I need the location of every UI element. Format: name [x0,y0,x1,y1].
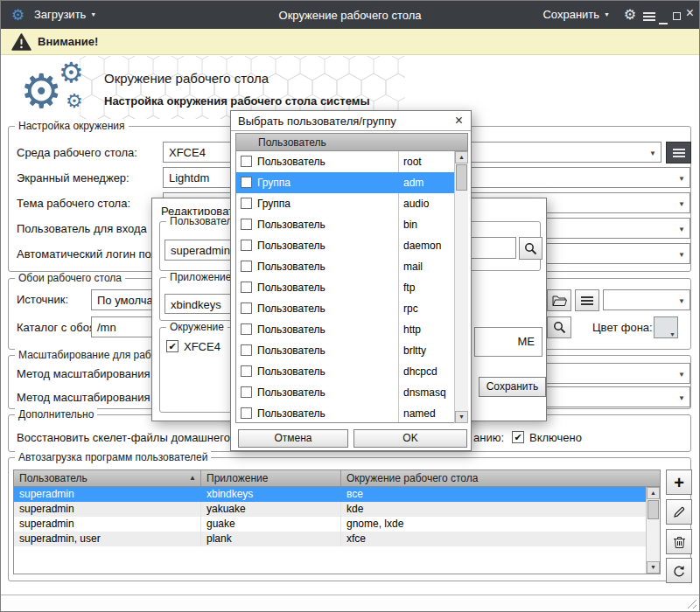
titlebar: ⚙ Загрузить▼ Окружение рабочего стола Со… [1,1,699,29]
cancel-button[interactable]: Отмена [238,429,348,448]
save-menu-label: Сохранить [542,8,599,21]
user-list-header[interactable]: Пользователь [236,134,467,151]
row-checkbox[interactable] [241,261,252,272]
edit-user-search-button[interactable] [519,237,542,260]
env-xfce4-checkbox[interactable]: ✔ [166,340,178,352]
user-row[interactable]: Пользователь named [236,403,454,424]
user-row[interactable]: Пользователь bin [236,214,454,235]
row-checkbox[interactable] [241,219,252,230]
wallpaper-list-button[interactable] [575,289,599,311]
user-row[interactable]: Пользователь mail [236,256,454,277]
cell-user: superadmin [14,517,201,532]
refresh-icon [672,564,686,578]
status-bar [1,595,699,611]
app-gear-icon: ⚙ [11,6,24,24]
scroll-up-icon[interactable]: ▲ [647,487,660,499]
background-color-button[interactable]: ▼ [654,316,678,338]
minimize-button[interactable] [659,14,668,27]
cell-env: все [341,487,660,502]
wallpaper-mode-select[interactable]: ▼ [603,289,690,310]
close-icon[interactable]: × [455,113,463,129]
row-checkbox[interactable] [241,344,252,356]
resize-grip[interactable] [685,597,696,609]
user-row[interactable]: Пользователь brltty [236,340,454,361]
add-autostart-button[interactable]: + [666,469,692,495]
column-header-app[interactable]: Приложение [201,470,341,486]
env-text-fragment: ME [518,335,536,348]
user-row[interactable]: Группа audio [236,193,454,214]
cell-name: adm [403,177,424,189]
user-row[interactable]: Группа adm [236,172,454,193]
user-row[interactable]: Пользователь dhcpcd [236,361,454,382]
save-menu-button[interactable]: Сохранить▼ [542,8,610,21]
user-row[interactable]: Пользователь ftp [236,277,454,298]
cell-name: named [403,407,436,420]
row-checkbox[interactable] [241,303,252,314]
row-checkbox[interactable] [241,282,252,293]
ok-button[interactable]: OK [354,429,467,448]
row-checkbox[interactable] [241,386,252,398]
delete-autostart-button[interactable] [666,529,692,554]
menu-icon[interactable] [643,10,655,24]
warning-banner: Внимание! [1,29,699,55]
env-advanced-button[interactable] [666,142,691,163]
settings-gear-icon[interactable]: ⚙ [624,6,636,23]
cell-env: xfce [341,532,660,546]
row-checkbox[interactable] [241,407,252,419]
logo-gear-large-icon: ⚙ [20,67,62,115]
user-row[interactable]: Пользователь http [236,319,454,340]
cell-name: http [403,323,421,336]
column-header-env[interactable]: Окружение рабочего стола [341,470,660,486]
autostart-row[interactable]: superadmin yakuake kde [14,502,660,517]
cell-name: audio [403,198,429,210]
user-row[interactable]: Пользователь rpc [236,298,454,319]
wallpaper-search-button[interactable] [547,316,571,338]
scroll-up-icon[interactable]: ▲ [455,151,468,163]
row-checkbox[interactable] [241,198,252,209]
user-list-scrollbar[interactable]: ▲ ▼ [454,151,468,423]
load-menu-label: Загрузить [34,8,86,21]
cell-type: Пользователь [257,323,326,336]
select-value: XFCE4 [169,146,206,159]
refresh-autostart-button[interactable] [666,558,692,583]
scrollbar-thumb[interactable] [456,164,467,191]
scrollbar-thumb[interactable] [648,500,659,519]
user-row[interactable]: Пользователь root [236,151,454,172]
cell-app: plank [201,532,341,546]
cell-user: superadmin [14,502,201,517]
cell-app: yakuake [201,502,341,517]
user-row[interactable]: Пользователь dnsmasq [236,382,454,403]
edit-save-button[interactable]: Сохранить [479,377,546,397]
check-icon: ✔ [168,341,176,351]
scroll-down-icon[interactable]: ▼ [455,411,468,423]
column-header-user[interactable]: Пользователь ▲ [14,470,201,486]
cell-name: rpc [403,303,418,315]
user-row[interactable]: Пользователь daemon [236,235,454,256]
chevron-down-icon: ▼ [678,200,685,208]
row-checkbox[interactable] [241,323,252,335]
chevron-down-icon: ▼ [678,394,685,402]
close-button[interactable]: × [686,7,694,19]
table-scrollbar[interactable]: ▲ ▼ [646,487,660,574]
edit-env-text-field[interactable]: ME [474,327,542,357]
cell-type: Пользователь [257,282,326,294]
row-checkbox[interactable] [241,177,252,188]
autostart-row[interactable]: superadmin xbindkeys все [14,487,660,502]
plus-icon: + [674,475,684,490]
column-header-label: Окружение рабочего стола [346,472,478,484]
load-menu-button[interactable]: Загрузить▼ [34,8,96,21]
row-checkbox[interactable] [241,365,252,377]
row-checkbox[interactable] [241,240,252,251]
select-value: superadmin [171,244,230,257]
chevron-down-icon: ▼ [678,226,685,233]
folder-open-button[interactable] [547,289,571,311]
chevron-down-icon: ▼ [678,251,685,259]
row-checkbox[interactable] [241,156,252,167]
maximize-button[interactable] [673,10,681,23]
restore-skel-checkbox[interactable]: ✔ [512,431,524,443]
autostart-row[interactable]: superadmin guake gnome, lxde [14,517,660,532]
user-list-body: Пользователь root Группа adm Группа audi… [236,151,454,424]
edit-autostart-button[interactable] [666,499,692,525]
autostart-row[interactable]: superadmin, user plank xfce [14,532,660,546]
scroll-down-icon[interactable]: ▼ [647,561,660,574]
